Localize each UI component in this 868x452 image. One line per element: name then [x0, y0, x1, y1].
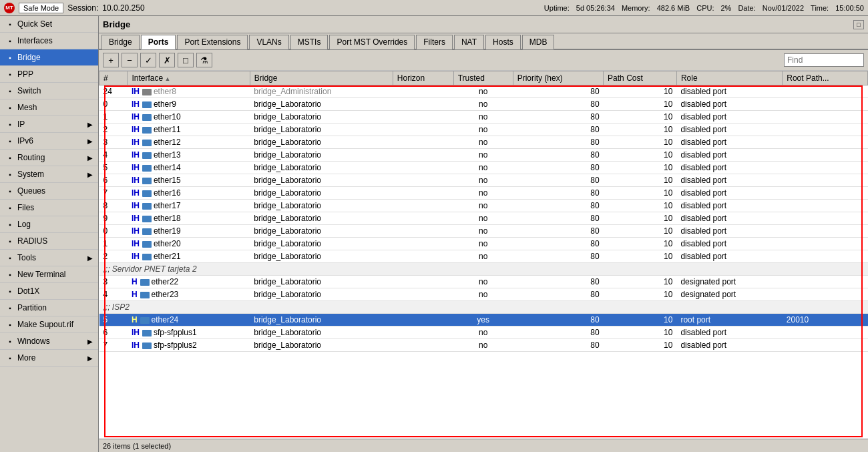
- table-row[interactable]: 9IHether18bridge_Laboratoriono8010disabl…: [99, 212, 868, 225]
- copy-button[interactable]: □: [178, 53, 194, 67]
- sidebar-item-tools[interactable]: ▪Tools▶: [0, 250, 98, 266]
- table-row[interactable]: 6IHsfp-sfpplus1bridge_Laboratoriono8010d…: [99, 326, 868, 339]
- sidebar-item-ppp[interactable]: ▪PPP: [0, 66, 98, 83]
- table-row[interactable]: 4Hether23bridge_Laboratoriono8010designa…: [99, 288, 868, 301]
- system-icon: ▪: [5, 170, 15, 179]
- find-input[interactable]: [784, 53, 864, 67]
- col-header-priority-hex[interactable]: Priority (hex): [513, 71, 603, 85]
- table-row[interactable]: 1IHether10bridge_Laboratoriono8010disabl…: [99, 111, 868, 124]
- tab-bridge[interactable]: Bridge: [101, 35, 140, 49]
- col-interface: IHether9: [128, 98, 250, 111]
- table-row[interactable]: 7IHsfp-sfpplus2bridge_Laboratoriono8010d…: [99, 339, 868, 352]
- table-row[interactable]: ;;; Servidor PNET tarjeta 2: [99, 263, 868, 276]
- table-row[interactable]: 1IHether20bridge_Laboratoriono8010disabl…: [99, 238, 868, 250]
- col-role: disabled port: [676, 98, 782, 111]
- col-header-trusted[interactable]: Trusted: [453, 71, 513, 85]
- sidebar-item-label-ppp: PPP: [17, 69, 33, 79]
- table-row[interactable]: 6IHether15bridge_Laboratoriono8010disabl…: [99, 174, 868, 187]
- add-button[interactable]: +: [103, 53, 119, 67]
- table-row[interactable]: 24IHether8bridge_Administrationno8010dis…: [99, 85, 868, 98]
- table-row[interactable]: 3IHether12bridge_Laboratoriono8010disabl…: [99, 136, 868, 149]
- remove-button[interactable]: −: [122, 53, 138, 67]
- sidebar-item-interfaces[interactable]: ▪Interfaces: [0, 33, 98, 49]
- table-row[interactable]: 4IHether13bridge_Laboratoriono8010disabl…: [99, 149, 868, 162]
- tab-filters[interactable]: Filters: [416, 35, 453, 49]
- col-header-horizon[interactable]: Horizon: [393, 71, 453, 85]
- tab-nat[interactable]: NAT: [454, 35, 484, 49]
- tab-port-extensions[interactable]: Port Extensions: [177, 35, 248, 49]
- table-row[interactable]: 8IHether17bridge_Laboratoriono8010disabl…: [99, 200, 868, 212]
- col-header-path-cost[interactable]: Path Cost: [604, 71, 677, 85]
- col-header-interface[interactable]: Interface ▲: [128, 71, 250, 85]
- port-icon: [142, 127, 152, 134]
- sidebar-item-partition[interactable]: ▪Partition: [0, 300, 98, 316]
- table-row[interactable]: 5Hether24bridge_Laboratorioyes8010root p…: [99, 314, 868, 326]
- filter-button[interactable]: ⚗: [196, 53, 212, 67]
- col-priority: 80: [513, 149, 603, 162]
- col-role: disabled port: [676, 212, 782, 225]
- col-header-role[interactable]: Role: [676, 71, 782, 85]
- table-row[interactable]: 3Hether22bridge_Laboratoriono8010designa…: [99, 276, 868, 288]
- sidebar-item-label-tools: Tools: [17, 253, 36, 262]
- col-root-path: [783, 85, 868, 98]
- col-horizon: [393, 238, 453, 250]
- sidebar-item-quick-set[interactable]: ▪Quick Set: [0, 16, 98, 33]
- col-horizon: [393, 212, 453, 225]
- table-row[interactable]: 2IHether21bridge_Laboratoriono8010disabl…: [99, 250, 868, 263]
- table-row[interactable]: 0IHether9bridge_Laboratoriono8010disable…: [99, 98, 868, 111]
- sidebar-item-queues[interactable]: ▪Queues: [0, 183, 98, 200]
- table-row[interactable]: 0IHether19bridge_Laboratoriono8010disabl…: [99, 225, 868, 238]
- col-bridge: bridge_Laboratorio: [250, 187, 393, 200]
- sidebar-item-mesh[interactable]: ▪Mesh: [0, 99, 98, 116]
- tab-vlans[interactable]: VLANs: [249, 35, 288, 49]
- sidebar-item-log[interactable]: ▪Log: [0, 216, 98, 233]
- col-header-[interactable]: #: [99, 71, 128, 85]
- sidebar-item-windows[interactable]: ▪Windows▶: [0, 333, 98, 350]
- sidebar-item-switch[interactable]: ▪Switch: [0, 83, 98, 99]
- more-arrow-icon: ▶: [87, 355, 93, 362]
- col-interface: IHether15: [128, 174, 250, 187]
- col-bridge: bridge_Laboratorio: [250, 288, 393, 301]
- table-row[interactable]: ;;; ISP2: [99, 301, 868, 314]
- col-horizon: [393, 149, 453, 162]
- col-priority: 80: [513, 200, 603, 212]
- sidebar-item-more[interactable]: ▪More▶: [0, 350, 98, 367]
- col-horizon: [393, 98, 453, 111]
- col-root-path: [783, 288, 868, 301]
- safe-mode-button[interactable]: Safe Mode: [19, 3, 63, 13]
- content: Bridge □ BridgePortsPort ExtensionsVLANs…: [99, 16, 868, 452]
- sidebar-item-radius[interactable]: ▪RADIUS: [0, 233, 98, 250]
- col-num: 24: [99, 85, 128, 98]
- tab-hosts[interactable]: Hosts: [485, 35, 521, 49]
- sidebar: ▪Quick Set▪Interfaces▪Bridge▪PPP▪Switch▪…: [0, 16, 99, 452]
- col-header-bridge[interactable]: Bridge: [250, 71, 393, 85]
- tab-port-mst-overrides[interactable]: Port MST Overrides: [329, 35, 415, 49]
- find-box: [784, 53, 864, 67]
- sidebar-item-bridge[interactable]: ▪Bridge: [0, 49, 98, 66]
- tab-mstis[interactable]: MSTIs: [290, 35, 329, 49]
- tab-ports[interactable]: Ports: [141, 35, 176, 49]
- sidebar-item-ip[interactable]: ▪IP▶: [0, 116, 98, 133]
- table-row[interactable]: 7IHether16bridge_Laboratoriono8010disabl…: [99, 187, 868, 200]
- sidebar-item-routing[interactable]: ▪Routing▶: [0, 150, 98, 166]
- sidebar-item-system[interactable]: ▪System▶: [0, 166, 98, 183]
- table-body: 24IHether8bridge_Administrationno8010dis…: [99, 85, 868, 352]
- windows-arrow-icon: ▶: [87, 338, 93, 345]
- table-row[interactable]: 5IHether14bridge_Laboratoriono8010disabl…: [99, 162, 868, 174]
- col-num: 9: [99, 212, 128, 225]
- sidebar-item-label-quick-set: Quick Set: [17, 19, 52, 29]
- sidebar-item-new-terminal[interactable]: ▪New Terminal: [0, 266, 98, 283]
- col-interface: IHether10: [128, 111, 250, 124]
- table-row[interactable]: 2IHether11bridge_Laboratoriono8010disabl…: [99, 124, 868, 136]
- maximize-button[interactable]: □: [853, 20, 864, 29]
- sidebar-item-ipv6[interactable]: ▪IPv6▶: [0, 133, 98, 150]
- tab-mdb[interactable]: MDB: [522, 35, 555, 49]
- sidebar-item-dot1x[interactable]: ▪Dot1X: [0, 283, 98, 300]
- col-bridge: bridge_Laboratorio: [250, 149, 393, 162]
- col-priority: 80: [513, 238, 603, 250]
- sidebar-item-make-supout[interactable]: ▪Make Supout.rif: [0, 316, 98, 333]
- enable-button[interactable]: ✓: [140, 53, 156, 67]
- col-header-root-path[interactable]: Root Path...: [783, 71, 868, 85]
- sidebar-item-files[interactable]: ▪Files: [0, 200, 98, 216]
- disable-button[interactable]: ✗: [159, 53, 175, 67]
